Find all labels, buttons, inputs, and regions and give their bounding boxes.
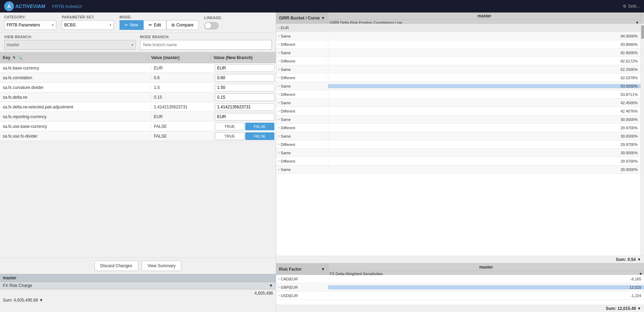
parameter-set-select[interactable]: BCBS [62,20,114,30]
expand-icon[interactable]: › [278,76,279,80]
expand-icon[interactable]: › [278,42,279,46]
new-value-input[interactable] [215,113,274,121]
table-row: › CAD|EUR -6,165 [276,275,644,283]
expand-icon[interactable]: › [278,51,279,55]
risk-factor-footer: Sum: 12,015.49 ▼ [276,305,644,312]
expand-icon[interactable]: › [278,142,279,146]
discard-changes-button[interactable]: Discard Changes [94,261,138,271]
sum-expand-icon[interactable]: ▼ [637,257,641,262]
value-cell: 53.8711% [328,92,641,97]
category-select[interactable]: FRTB Parameters [4,20,56,30]
expand-icon[interactable]: › [278,101,279,105]
table-row: sa.fx.delta.rw 0.15 [0,92,276,102]
scrollbar-thumb[interactable] [641,25,644,39]
risk-master-label: master [328,264,644,271]
value-cell: -1,224 [328,294,644,298]
table-row: sa.fx.curvature.divider 1.5 [0,83,276,92]
mode-new-button[interactable]: ✏ New [119,20,143,30]
bucket-cell: › Different [276,76,328,80]
table-body: sa.fx.base-currency EUR sa.fx.correlatio… [0,63,276,257]
true-button[interactable]: TRUE [215,132,245,140]
view-summary-button[interactable]: View Summary [142,261,181,271]
bool-group: TRUE FALSE [215,132,274,140]
logo-icon: A [4,1,14,11]
sum-dropdown-icon[interactable]: ▼ [39,298,43,303]
girr-body: › EUR › Same 94.0000% › [276,24,641,256]
table-header: Key ⇅ 🔍 Value (master) Value (New Branch… [0,52,276,63]
expand-icon[interactable]: › [278,277,279,281]
expand-icon[interactable]: › [278,34,279,38]
bl-sum: Sum: 4,605,495.88 ▼ [0,297,276,303]
row-value: EUR [151,66,213,71]
app-title: FRTB ActiveUI [52,4,82,9]
sort-icon[interactable]: ⇅ [13,56,15,59]
mode-branch-input[interactable] [140,40,272,50]
expand-icon[interactable]: › [278,126,279,130]
bucket-cell: › Same [276,151,328,155]
mode-compare-button[interactable]: ⧉ Compare [166,20,199,30]
chevron-down-icon[interactable]: ▼ [321,16,325,20]
table-row: › Same 82.8000% [276,49,641,57]
branch-row: VIEW BRANCH: master MODE BRANCH: [0,33,276,52]
value-cell: -6,165 [328,277,644,281]
expand-icon[interactable]: › [278,84,279,88]
col-value: Value (master) [148,55,210,60]
mode-edit-button[interactable]: ✏ Edit [143,20,166,30]
value-cell: 30.0000% [328,167,641,172]
new-value-input[interactable] [215,103,274,111]
value-cell: 53.9250% [328,84,641,88]
search-icon[interactable]: 🔍 [17,55,22,60]
view-branch-select[interactable]: master [4,40,136,50]
fx-risk-charge-dropdown[interactable]: FX Risk Charge ▼ [0,282,276,289]
bl-value: 4,605,496 [0,289,276,297]
pencil-icon: ✏ [149,23,152,27]
table-row: › Different 62.0378% [276,74,641,82]
bl-header: master [0,274,276,282]
table-row: sa.fx.reporting-currency EUR [0,112,276,122]
expand-icon[interactable]: › [278,67,279,71]
mode-branch-group: MODE BRANCH: [140,35,272,50]
expand-icon[interactable]: › [278,109,279,113]
parameter-table: Key ⇅ 🔍 Value (master) Value (New Branch… [0,52,276,257]
value-cell: 82.6172% [328,59,641,63]
logo-text: ACTIVEVIAM [15,3,45,9]
false-button[interactable]: FALSE [245,123,275,130]
true-button[interactable]: TRUE [215,123,245,130]
table-row: › USD|EUR -1,224 [276,292,644,300]
expand-icon[interactable]: › [278,26,279,30]
new-value-input[interactable] [215,74,274,82]
expand-icon[interactable]: › [278,285,279,289]
expand-icon[interactable]: › [278,167,279,171]
chevron-down-icon: ▼ [269,283,273,288]
bucket-cell: › Different [276,42,328,47]
expand-icon[interactable]: › [278,59,279,63]
new-value-input[interactable] [215,64,274,72]
chevron-down-icon[interactable]: ▼ [321,267,325,272]
expand-icon[interactable]: › [278,134,279,138]
settings-button[interactable]: ⚙ Setti... [623,4,640,9]
table-row: sa.fx.correlation 0.6 [0,73,276,83]
table-row: › Same 30.0000% [276,165,641,174]
table-row: sa.fx.delta.rw.selected.pair.adjustment … [0,102,276,112]
new-value-input[interactable] [215,93,274,101]
row-new-value [213,113,276,121]
expand-icon[interactable]: › [278,294,279,297]
false-button[interactable]: FALSE [245,132,275,140]
row-key: sa.fx.use.base-currency [0,124,151,129]
expand-icon[interactable]: › [278,92,279,96]
bucket-cell: › Same [276,134,328,138]
expand-icon[interactable]: › [278,151,279,155]
sum-expand-icon[interactable]: ▼ [637,306,641,311]
action-bar: Discard Changes View Summary [0,257,276,274]
value-cell: 62.0378% [328,76,641,80]
girr-master-label: master [328,13,641,20]
lineage-toggle[interactable] [204,22,219,30]
row-key: sa.fx.delta.rw [0,95,151,100]
bottom-left-panel: master FX Risk Charge ▼ 4,605,496 Sum: 4… [0,274,276,312]
row-new-value [213,64,276,72]
risk-factor-body: › CAD|EUR -6,165 › GBP|EUR 12,015 › USD| [276,275,644,305]
expand-icon[interactable]: › [278,117,279,121]
table-row: › Same 94.0000% [276,32,641,40]
new-value-input[interactable] [215,84,274,91]
expand-icon[interactable]: › [278,159,279,163]
